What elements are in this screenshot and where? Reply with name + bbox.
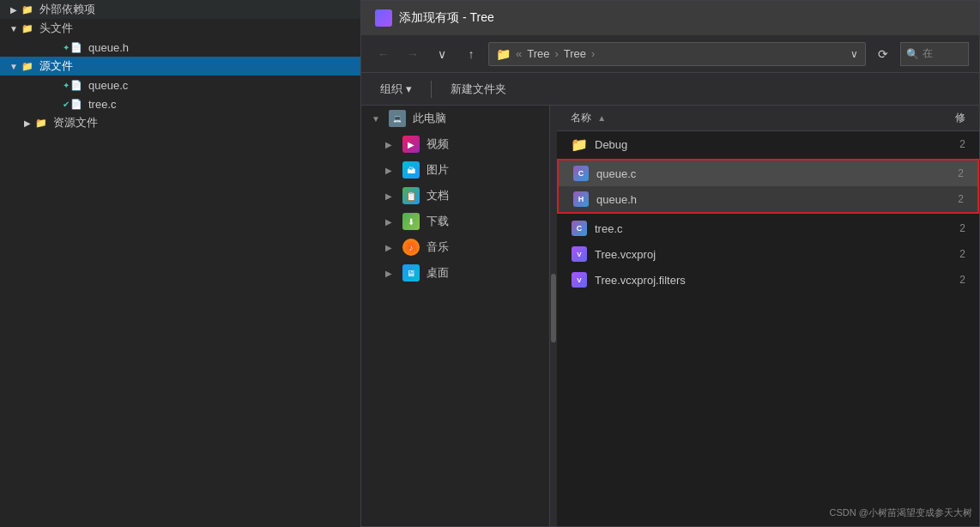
nav-item-desktop[interactable]: ▶ 🖥 桌面 — [361, 260, 549, 286]
file-name-queue-h: queue.h — [596, 193, 912, 206]
dialog-actions: 组织 ▾ 新建文件夹 — [361, 73, 979, 106]
nav-icon-download: ⬇ — [402, 213, 420, 230]
tree-arrow-source-files — [7, 62, 21, 71]
add-existing-item-dialog: 添加现有项 - Tree ← → ∨ ↑ 📁 « Tree › Tree › ∨… — [360, 0, 980, 527]
sort-arrow-name: ▲ — [597, 113, 606, 123]
label-tree-c: tree.c — [88, 98, 117, 111]
tree-item-queue-c[interactable]: ✦ 📄 queue.c — [0, 76, 360, 94]
dialog-toolbar: ← → ∨ ↑ 📁 « Tree › Tree › ∨ ⟳ 🔍 在 — [361, 35, 979, 73]
badge-plus-queue-h: ✦ — [63, 43, 70, 52]
tree-item-queue-h[interactable]: ✦ 📄 queue.h — [0, 38, 360, 57]
h-file-icon: H — [573, 191, 589, 207]
file-icon-queue-h-list: H — [572, 191, 590, 208]
file-date-queue-c: 2 — [912, 167, 964, 179]
file-name-queue-c: queue.c — [596, 167, 912, 180]
tree-item-source-files[interactable]: 📁 源文件 — [0, 57, 360, 76]
nav-item-music[interactable]: ▶ ♪ 音乐 — [361, 234, 549, 260]
file-icon-tree-vcxproj-filters: V — [571, 271, 588, 288]
organize-button[interactable]: 组织 ▾ — [375, 78, 417, 100]
nav-label-video: 视频 — [426, 136, 449, 152]
address-part-2: Tree — [564, 47, 586, 60]
file-icon-tree-c-list: C — [571, 220, 588, 237]
nav-arrow-music: ▶ — [385, 243, 396, 252]
refresh-button[interactable]: ⟳ — [871, 42, 895, 66]
highlighted-files-group: C queue.c 2 H queue.h 2 — [557, 159, 979, 214]
nav-label-desktop: 桌面 — [426, 265, 449, 281]
nav-label-this-pc: 此电脑 — [413, 111, 446, 126]
label-source-files: 源文件 — [39, 58, 73, 74]
c-file-icon-tree: C — [572, 221, 587, 236]
nav-icon-this-pc: 💻 — [389, 110, 406, 127]
tree-item-external-deps[interactable]: 📁 外部依赖项 — [0, 0, 360, 19]
col-header-date: 修 — [914, 111, 965, 125]
label-resource-files: 资源文件 — [53, 115, 98, 130]
file-icon-queue-h: 📄 — [70, 40, 83, 54]
nav-label-picture: 图片 — [426, 162, 449, 178]
file-name-tree-c: tree.c — [595, 222, 914, 235]
nav-item-document[interactable]: ▶ 📋 文档 — [361, 183, 549, 209]
dialog-title: 添加现有项 - Tree — [399, 10, 494, 26]
file-date-tree-vcxproj-filters: 2 — [914, 274, 965, 286]
nav-icon-music: ♪ — [402, 239, 420, 256]
new-folder-button[interactable]: 新建文件夹 — [445, 78, 511, 100]
file-date-debug: 2 — [914, 138, 965, 150]
file-row-tree-vcxproj-filters[interactable]: V Tree.vcxproj.filters 2 — [557, 267, 979, 293]
nav-arrow-desktop: ▶ — [385, 269, 396, 278]
search-placeholder: 在 — [923, 46, 933, 61]
nav-icon-desktop: 🖥 — [402, 264, 420, 282]
c-file-icon: C — [573, 166, 589, 181]
nav-arrow-this-pc: ▼ — [372, 114, 382, 124]
forward-button[interactable]: → — [401, 42, 425, 66]
nav-item-video[interactable]: ▶ ▶ 视频 — [361, 131, 549, 157]
file-date-queue-h: 2 — [912, 193, 964, 205]
address-sep-3: › — [591, 47, 595, 60]
nav-arrow-download: ▶ — [385, 217, 396, 227]
file-row-queue-h[interactable]: H queue.h 2 — [559, 186, 977, 212]
nav-tree-scrollbar[interactable] — [550, 106, 557, 526]
search-icon: 🔍 — [906, 48, 919, 60]
badge-check-tree-c: ✔ — [63, 100, 70, 109]
file-row-tree-vcxproj[interactable]: V Tree.vcxproj 2 — [557, 241, 979, 267]
folder-icon-resource-files: 📁 — [34, 116, 48, 130]
action-divider — [431, 81, 432, 98]
label-queue-h: queue.h — [88, 41, 129, 54]
badge-plus-queue-c: ✦ — [63, 81, 70, 90]
dialog-content: ▼ 💻 此电脑 ▶ ▶ 视频 ▶ 🏔 图片 ▶ 📋 文档 — [361, 106, 979, 526]
nav-item-this-pc[interactable]: ▼ 💻 此电脑 — [361, 106, 549, 131]
address-part-1: Tree — [527, 47, 549, 60]
file-row-debug[interactable]: 📁 Debug 2 — [557, 131, 979, 157]
address-sep-1: « — [516, 47, 522, 60]
file-date-tree-vcxproj: 2 — [914, 248, 965, 260]
up-button[interactable]: ↑ — [459, 42, 483, 66]
search-bar[interactable]: 🔍 在 — [900, 42, 969, 66]
address-dropdown-btn[interactable]: ∨ — [850, 48, 858, 60]
nav-arrow-document: ▶ — [385, 191, 396, 201]
label-external-deps: 外部依赖项 — [39, 2, 95, 17]
nav-tree: ▼ 💻 此电脑 ▶ ▶ 视频 ▶ 🏔 图片 ▶ 📋 文档 — [361, 106, 550, 526]
file-icon-queue-c: 📄 — [70, 78, 83, 92]
nav-arrow-video: ▶ — [385, 140, 396, 149]
nav-icon-document: 📋 — [402, 187, 420, 204]
dropdown-button[interactable]: ∨ — [430, 42, 454, 66]
label-queue-c: queue.c — [88, 79, 128, 92]
back-button[interactable]: ← — [372, 42, 396, 66]
nav-item-picture[interactable]: ▶ 🏔 图片 — [361, 157, 549, 183]
tree-item-header-files[interactable]: 📁 头文件 — [0, 19, 360, 38]
nav-item-download[interactable]: ▶ ⬇ 下载 — [361, 209, 549, 234]
tree-arrow-header-files — [7, 24, 21, 33]
vcxproj-icon: V — [572, 246, 587, 262]
vcxproj-filters-icon: V — [572, 272, 587, 288]
file-row-tree-c[interactable]: C tree.c 2 — [557, 215, 979, 241]
address-sep-2: › — [554, 47, 558, 60]
file-date-tree-c: 2 — [914, 222, 965, 234]
nav-label-music: 音乐 — [426, 239, 449, 255]
tree-item-resource-files[interactable]: 📁 资源文件 — [0, 113, 360, 132]
label-header-files: 头文件 — [39, 21, 73, 36]
folder-icon-source-files: 📁 — [21, 59, 34, 73]
tree-item-tree-c[interactable]: ✔ 📄 tree.c — [0, 94, 360, 113]
address-bar[interactable]: 📁 « Tree › Tree › ∨ — [488, 42, 866, 66]
vs-logo-icon — [375, 9, 392, 27]
nav-label-download: 下载 — [426, 214, 449, 229]
file-icon-tree-c: 📄 — [70, 97, 83, 111]
file-row-queue-c[interactable]: C queue.c 2 — [559, 161, 977, 186]
